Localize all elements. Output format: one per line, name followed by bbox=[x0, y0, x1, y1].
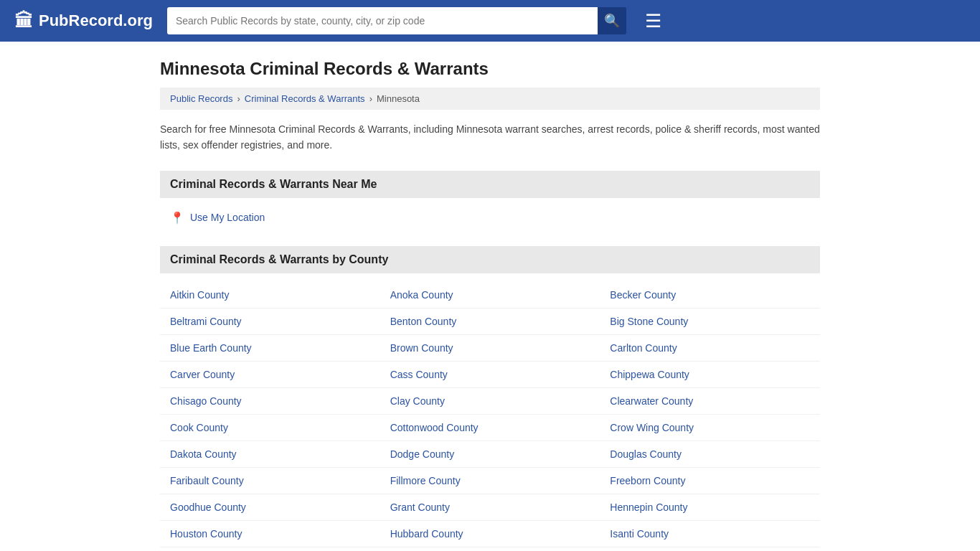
county-link[interactable]: Blue Earth County bbox=[170, 342, 252, 354]
list-item: Grant County bbox=[380, 494, 600, 521]
list-item: Dodge County bbox=[380, 441, 600, 468]
list-item: Chisago County bbox=[160, 388, 380, 415]
county-link[interactable]: Houston County bbox=[170, 528, 242, 540]
site-header: 🏛 PubRecord.org 🔍 ☰ bbox=[0, 0, 980, 42]
list-item: Cook County bbox=[160, 415, 380, 441]
county-link[interactable]: Big Stone County bbox=[610, 316, 688, 327]
breadcrumb-current: Minnesota bbox=[377, 93, 420, 104]
list-item: Houston County bbox=[160, 521, 380, 547]
list-item: Fillmore County bbox=[380, 468, 600, 494]
list-item: Kanabec County bbox=[600, 547, 820, 551]
county-link[interactable]: Fillmore County bbox=[390, 475, 461, 486]
county-link[interactable]: Benton County bbox=[390, 316, 457, 327]
county-link[interactable]: Becker County bbox=[610, 289, 676, 301]
county-link[interactable]: Dakota County bbox=[170, 448, 237, 460]
county-link[interactable]: Cass County bbox=[390, 369, 448, 380]
county-link[interactable]: Hubbard County bbox=[390, 528, 463, 540]
county-link[interactable]: Brown County bbox=[390, 342, 453, 354]
list-item: Beltrami County bbox=[160, 309, 380, 335]
county-link[interactable]: Faribault County bbox=[170, 475, 244, 486]
list-item: Chippewa County bbox=[600, 362, 820, 388]
county-link[interactable]: Anoka County bbox=[390, 289, 453, 301]
list-item: Hubbard County bbox=[380, 521, 600, 547]
use-my-location-link[interactable]: 📍 Use My Location bbox=[160, 207, 820, 229]
county-section: Criminal Records & Warrants by County Ai… bbox=[160, 246, 820, 551]
page-description: Search for free Minnesota Criminal Recor… bbox=[160, 121, 820, 154]
county-section-header: Criminal Records & Warrants by County bbox=[160, 246, 820, 273]
list-item: Cottonwood County bbox=[380, 415, 600, 441]
list-item: Douglas County bbox=[600, 441, 820, 468]
menu-button[interactable]: ☰ bbox=[641, 11, 666, 30]
search-bar: 🔍 bbox=[167, 7, 626, 34]
county-link[interactable]: Clearwater County bbox=[610, 395, 693, 407]
list-item: Aitkin County bbox=[160, 282, 380, 309]
main-content: Minnesota Criminal Records & Warrants Pu… bbox=[146, 42, 834, 551]
site-logo[interactable]: 🏛 PubRecord.org bbox=[14, 10, 153, 32]
page-title: Minnesota Criminal Records & Warrants bbox=[160, 59, 820, 79]
county-link[interactable]: Hennepin County bbox=[610, 501, 687, 513]
list-item: Hennepin County bbox=[600, 494, 820, 521]
breadcrumb-link-criminal-records[interactable]: Criminal Records & Warrants bbox=[245, 93, 365, 104]
list-item: Brown County bbox=[380, 335, 600, 362]
list-item: Big Stone County bbox=[600, 309, 820, 335]
list-item: Carlton County bbox=[600, 335, 820, 362]
search-input[interactable] bbox=[167, 7, 598, 34]
list-item: Jackson County bbox=[380, 547, 600, 551]
county-link[interactable]: Cottonwood County bbox=[390, 422, 479, 433]
near-me-section: Criminal Records & Warrants Near Me 📍 Us… bbox=[160, 171, 820, 229]
county-grid: Aitkin CountyAnoka CountyBecker CountyBe… bbox=[160, 282, 820, 551]
near-me-section-header: Criminal Records & Warrants Near Me bbox=[160, 171, 820, 198]
county-link[interactable]: Chisago County bbox=[170, 395, 242, 407]
county-link[interactable]: Cook County bbox=[170, 422, 228, 433]
list-item: Cass County bbox=[380, 362, 600, 388]
list-item: Anoka County bbox=[380, 282, 600, 309]
list-item: Carver County bbox=[160, 362, 380, 388]
list-item: Clearwater County bbox=[600, 388, 820, 415]
list-item: Goodhue County bbox=[160, 494, 380, 521]
county-link[interactable]: Freeborn County bbox=[610, 475, 685, 486]
list-item: Blue Earth County bbox=[160, 335, 380, 362]
county-link[interactable]: Carver County bbox=[170, 369, 235, 380]
location-icon: 📍 bbox=[170, 211, 184, 225]
list-item: Becker County bbox=[600, 282, 820, 309]
logo-text: PubRecord.org bbox=[39, 11, 153, 30]
list-item: Freeborn County bbox=[600, 468, 820, 494]
list-item: Itasca County bbox=[160, 547, 380, 551]
breadcrumb-sep: › bbox=[369, 93, 372, 104]
search-button[interactable]: 🔍 bbox=[598, 7, 626, 34]
county-link[interactable]: Aitkin County bbox=[170, 289, 229, 301]
county-link[interactable]: Dodge County bbox=[390, 448, 455, 460]
list-item: Clay County bbox=[380, 388, 600, 415]
list-item: Benton County bbox=[380, 309, 600, 335]
county-link[interactable]: Carlton County bbox=[610, 342, 677, 354]
list-item: Faribault County bbox=[160, 468, 380, 494]
county-link[interactable]: Goodhue County bbox=[170, 501, 246, 513]
search-icon: 🔍 bbox=[604, 13, 620, 29]
county-link[interactable]: Isanti County bbox=[610, 528, 669, 540]
list-item: Isanti County bbox=[600, 521, 820, 547]
county-link[interactable]: Clay County bbox=[390, 395, 445, 407]
breadcrumb-link-public-records[interactable]: Public Records bbox=[170, 93, 232, 104]
county-link[interactable]: Crow Wing County bbox=[610, 422, 694, 433]
county-link[interactable]: Beltrami County bbox=[170, 316, 242, 327]
use-my-location-label: Use My Location bbox=[190, 212, 265, 223]
county-link[interactable]: Chippewa County bbox=[610, 369, 689, 380]
list-item: Dakota County bbox=[160, 441, 380, 468]
logo-icon: 🏛 bbox=[14, 10, 33, 32]
breadcrumb-sep: › bbox=[237, 93, 240, 104]
county-link[interactable]: Grant County bbox=[390, 501, 450, 513]
county-link[interactable]: Douglas County bbox=[610, 448, 682, 460]
breadcrumb: Public Records › Criminal Records & Warr… bbox=[160, 88, 820, 110]
list-item: Crow Wing County bbox=[600, 415, 820, 441]
menu-icon: ☰ bbox=[645, 10, 661, 32]
